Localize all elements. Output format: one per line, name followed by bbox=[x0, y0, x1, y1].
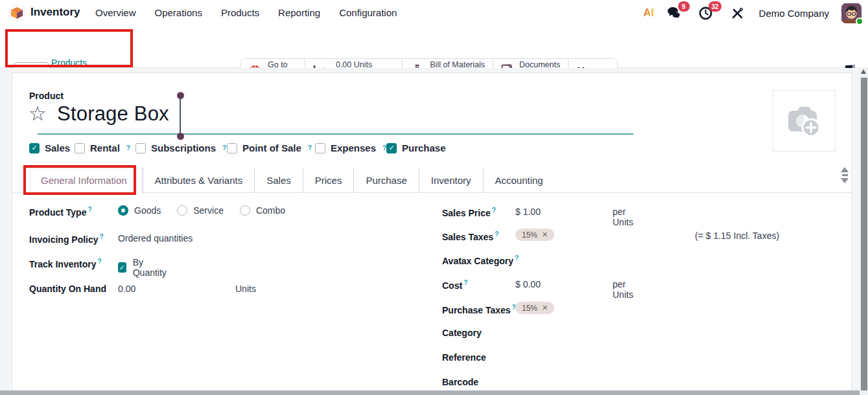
product-field-label: Product bbox=[29, 91, 64, 101]
top-navbar: Inventory Overview Operations Products R… bbox=[0, 0, 868, 26]
radio-icon bbox=[177, 205, 187, 216]
online-status-dot bbox=[856, 17, 863, 25]
radio-icon bbox=[118, 205, 128, 216]
menu-operations[interactable]: Operations bbox=[155, 7, 202, 18]
sales-price-unit: per Units bbox=[613, 207, 633, 227]
scrollbar-up-icon[interactable] bbox=[861, 69, 866, 74]
quantity-unit: Units bbox=[235, 284, 256, 294]
checkbox-rental[interactable]: Rental? bbox=[75, 142, 130, 153]
vertical-scrollbar[interactable] bbox=[860, 67, 868, 395]
module-checkboxes: ✓ Sales Rental? Subscriptions? Point of … bbox=[0, 142, 868, 157]
tab-accounting[interactable]: Accounting bbox=[483, 168, 555, 192]
inventory-app-icon[interactable] bbox=[9, 5, 25, 21]
field-product-type: Product Type? Goods Service Combo bbox=[29, 206, 92, 221]
remove-tag-icon[interactable]: ✕ bbox=[542, 231, 548, 239]
title-underline bbox=[38, 133, 633, 135]
field-avatax-category: Avatax Category? bbox=[442, 254, 519, 270]
radio-service[interactable]: Service bbox=[177, 205, 224, 216]
tab-general-information[interactable]: General Information bbox=[25, 168, 143, 193]
field-quantity-on-hand: Quantity On Hand 0.00 Units bbox=[29, 284, 106, 299]
tab-purchase[interactable]: Purchase bbox=[353, 168, 418, 192]
activities-badge: 32 bbox=[709, 1, 721, 12]
radio-icon bbox=[240, 205, 250, 216]
field-reference: Reference bbox=[442, 352, 486, 368]
tab-sales[interactable]: Sales bbox=[254, 168, 303, 192]
user-avatar[interactable] bbox=[841, 3, 862, 23]
checkbox-icon: ✓ bbox=[29, 143, 40, 153]
tab-attributes-variants[interactable]: Attributes & Variants bbox=[143, 168, 255, 192]
field-invoicing-policy: Invoicing Policy? Ordered quantities bbox=[29, 233, 104, 249]
messages-button[interactable]: 9 bbox=[666, 5, 682, 21]
radio-goods[interactable]: Goods bbox=[118, 205, 161, 216]
checkbox-sales[interactable]: ✓ Sales bbox=[29, 142, 76, 153]
checkbox-icon bbox=[315, 143, 325, 153]
purchase-tax-tag[interactable]: 15% ✕ bbox=[515, 302, 554, 314]
field-sales-price: Sales Price? $ 1.00 per Units bbox=[442, 207, 496, 222]
checkbox-icon bbox=[135, 143, 146, 153]
menu-reporting[interactable]: Reporting bbox=[278, 7, 320, 18]
field-cost: Cost? $ 0.00 per Units bbox=[442, 279, 467, 295]
menu-overview[interactable]: Overview bbox=[95, 7, 136, 18]
scroll-spinner bbox=[839, 167, 850, 183]
app-name[interactable]: Inventory bbox=[30, 6, 80, 19]
camera-plus-icon bbox=[783, 103, 826, 139]
cost-input[interactable]: $ 0.00 bbox=[515, 279, 541, 289]
messages-badge: 9 bbox=[678, 1, 690, 12]
systray: AI 9 32 bbox=[644, 0, 862, 26]
field-sales-taxes: Sales Taxes? 15% ✕ (= $ 1.15 Incl. Taxes… bbox=[442, 231, 499, 246]
scroll-dash bbox=[842, 174, 848, 176]
checkbox-purchase[interactable]: ✓ Purchase bbox=[386, 142, 452, 153]
checkbox-icon bbox=[227, 143, 237, 153]
checkbox-expenses[interactable]: Expenses? bbox=[315, 142, 386, 153]
checkbox-point-of-sale[interactable]: Point of Sale? bbox=[227, 142, 312, 153]
text-cursor bbox=[180, 97, 181, 135]
field-purchase-taxes: Purchase Taxes? 15% ✕ bbox=[442, 304, 516, 319]
menu-configuration[interactable]: Configuration bbox=[339, 7, 397, 18]
quantity-on-hand-value[interactable]: 0.00 bbox=[118, 284, 135, 294]
selection-handle-bottom[interactable] bbox=[177, 133, 184, 140]
favorite-star-icon[interactable]: ☆ bbox=[29, 104, 47, 124]
sales-tax-tag[interactable]: 15% ✕ bbox=[515, 229, 554, 241]
debug-tools-button[interactable] bbox=[730, 5, 745, 21]
selection-handle-top[interactable] bbox=[177, 92, 184, 99]
scroll-up-icon[interactable] bbox=[841, 167, 849, 172]
tools-icon bbox=[731, 7, 744, 19]
field-category: Category bbox=[442, 328, 482, 343]
scrollbar-thumb[interactable] bbox=[861, 78, 867, 390]
checkbox-subscriptions[interactable]: Subscriptions? bbox=[135, 142, 226, 153]
radio-combo[interactable]: Combo bbox=[240, 205, 285, 216]
control-panel: New Products New bbox=[0, 26, 868, 68]
invoicing-policy-select[interactable]: Ordered quantities bbox=[118, 233, 193, 243]
company-name[interactable]: Demo Company bbox=[759, 8, 829, 19]
checkbox-icon bbox=[75, 143, 85, 153]
main-menu: Overview Operations Products Reporting C… bbox=[95, 7, 397, 18]
ai-icon[interactable]: AI bbox=[644, 7, 654, 19]
sales-price-input[interactable]: $ 1.00 bbox=[515, 207, 541, 217]
breadcrumb-products-link[interactable]: Products bbox=[51, 58, 135, 69]
app-window: Inventory Overview Operations Products R… bbox=[0, 0, 868, 395]
scroll-down-icon[interactable] bbox=[841, 178, 849, 183]
field-track-inventory: Track Inventory? ✓ By Quantity bbox=[29, 258, 102, 273]
bottom-edge-strip bbox=[0, 390, 860, 395]
product-image-upload[interactable] bbox=[773, 90, 836, 152]
checkbox-icon: ✓ bbox=[386, 143, 397, 153]
menu-products[interactable]: Products bbox=[221, 7, 259, 18]
track-inventory-checkbox[interactable]: ✓ By Quantity bbox=[118, 257, 169, 278]
tax-included-note: (= $ 1.15 Incl. Taxes) bbox=[695, 231, 779, 241]
product-name-input[interactable]: Storage Box bbox=[57, 102, 169, 126]
remove-tag-icon[interactable]: ✕ bbox=[542, 304, 548, 312]
cost-unit: per Units bbox=[613, 279, 633, 300]
tab-prices[interactable]: Prices bbox=[303, 168, 354, 192]
checkbox-icon: ✓ bbox=[118, 262, 126, 273]
activities-button[interactable]: 32 bbox=[698, 5, 714, 21]
tab-inventory[interactable]: Inventory bbox=[419, 168, 483, 192]
notebook-tabs: General Information Attributes & Variant… bbox=[12, 168, 851, 193]
